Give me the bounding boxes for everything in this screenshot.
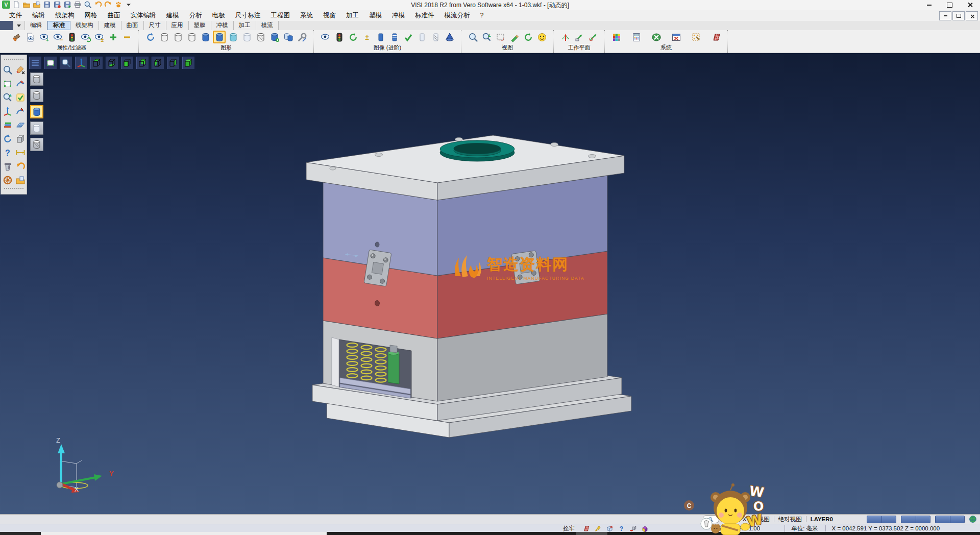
zoom-extents-icon[interactable] (467, 31, 479, 43)
tab-item[interactable]: 建模 (99, 21, 121, 30)
highlight-brush-icon[interactable] (594, 524, 602, 532)
advanced-state-manager-icon[interactable] (333, 31, 346, 43)
validate-shading-icon[interactable] (402, 31, 414, 43)
menu-item[interactable]: 线架构 (50, 10, 80, 21)
grid-plane-icon[interactable] (14, 119, 26, 131)
menu-item[interactable]: 视窗 (318, 10, 341, 21)
sketch-view-icon[interactable] (508, 31, 521, 43)
tab-item[interactable]: 线架构 (70, 21, 99, 30)
filter-add-icon[interactable]: + (38, 31, 51, 43)
menu-item[interactable]: 塑模 (364, 10, 387, 21)
menu-item[interactable]: 建模 (161, 10, 184, 21)
menu-item[interactable]: 网格 (80, 10, 103, 21)
tab-item[interactable]: 曲面 (121, 21, 144, 30)
menu-item[interactable]: 标准件 (410, 10, 439, 21)
context-help-icon[interactable]: ? (2, 147, 13, 158)
attributes-by-element-icon[interactable] (24, 31, 37, 43)
show-elements-icon[interactable] (107, 31, 119, 43)
tab-item[interactable]: 尺寸 (144, 21, 166, 30)
color-table-icon[interactable] (610, 31, 623, 43)
layer-swatch[interactable] (935, 516, 965, 523)
tab-item[interactable]: 模流 (256, 21, 279, 30)
display-shaded-icon[interactable] (30, 105, 43, 118)
undo-last-icon[interactable] (14, 160, 26, 172)
zoom-window-icon[interactable]: ± (480, 31, 493, 43)
tab-item[interactable]: 塑膜 (189, 21, 211, 30)
menu-item[interactable]: 曲面 (103, 10, 126, 21)
view-standard-plane-icon[interactable] (44, 56, 57, 69)
active-layer-label[interactable]: LAYER0 (811, 516, 833, 522)
view-left-icon[interactable] (151, 56, 164, 69)
viewbar-menu-icon[interactable] (29, 56, 42, 69)
spline-edit-icon[interactable] (14, 105, 26, 117)
layer-manager-icon[interactable] (2, 119, 13, 131)
search-button[interactable] (703, 515, 719, 523)
delete-elements-icon[interactable] (2, 160, 13, 172)
globe-icon[interactable] (969, 515, 977, 523)
modify-attributes-icon[interactable] (10, 31, 23, 43)
view-regen-icon[interactable] (2, 133, 13, 144)
system-settings-icon[interactable] (650, 31, 663, 43)
selection-box-icon[interactable] (2, 78, 13, 89)
menu-item[interactable]: 冲模 (387, 10, 410, 21)
menu-item[interactable]: 实体编辑 (126, 10, 161, 21)
view-dashed-hidden-icon[interactable] (185, 31, 198, 43)
window-minimize-button[interactable] (919, 0, 939, 10)
display-hidden-line-icon[interactable] (30, 89, 43, 102)
bar-ghost-icon[interactable] (415, 31, 428, 43)
window-close-button[interactable] (960, 0, 980, 10)
selection-preview-icon[interactable] (2, 64, 13, 76)
view-back-icon[interactable] (136, 56, 149, 69)
shading-copy-icon[interactable] (282, 31, 295, 43)
view-bottom-icon[interactable] (105, 56, 118, 69)
filter-manager-icon[interactable] (65, 31, 78, 43)
solid-preview-icon[interactable] (14, 133, 26, 144)
navigation-wheel-icon[interactable] (2, 174, 13, 186)
zoom-dynamic-icon[interactable] (59, 56, 72, 69)
freehand-sketch-icon[interactable] (14, 78, 26, 89)
layer-swatch[interactable] (901, 516, 930, 523)
shading-new-icon[interactable] (268, 31, 281, 43)
ucs-indicator-icon[interactable] (641, 524, 649, 532)
menu-item[interactable]: 编辑 (27, 10, 50, 21)
view-hatched-icon[interactable] (254, 31, 267, 43)
bar-shaded-icon[interactable] (374, 31, 387, 43)
document-close-button[interactable] (966, 11, 978, 20)
view-right-icon[interactable] (166, 56, 180, 69)
menu-item[interactable]: 加工 (341, 10, 364, 21)
tab-item[interactable]: 编辑 (25, 21, 47, 30)
view-ghost-icon[interactable] (240, 31, 253, 43)
hide-elements-icon[interactable] (120, 31, 133, 43)
view-hidden-line-icon[interactable] (172, 31, 184, 43)
zoom-selected-icon[interactable]: ± (2, 91, 13, 103)
regenerate-graphics-icon[interactable] (144, 31, 157, 43)
workplane-standard-icon[interactable] (559, 31, 572, 43)
graphics-options-icon[interactable] (296, 31, 308, 43)
confirm-selection-icon[interactable] (14, 91, 26, 103)
filter-refresh-icon[interactable] (79, 31, 92, 43)
lock-toggle[interactable]: 拴牢 (563, 525, 575, 532)
tab-item[interactable]: 加工 (234, 21, 256, 30)
render-quality-icon[interactable] (535, 31, 548, 43)
rotate-dynamic-icon[interactable] (75, 56, 88, 69)
grid-settings-icon[interactable] (709, 31, 722, 43)
document-minimize-button[interactable] (939, 11, 951, 20)
view-isometric-icon[interactable] (182, 56, 195, 69)
tab-item[interactable]: 标准 (47, 21, 70, 30)
workplane-by-view-icon[interactable] (586, 31, 599, 43)
advanced-filter-icon[interactable] (319, 31, 332, 43)
tab-item[interactable]: 应用 (166, 21, 189, 30)
measure-distance-icon[interactable] (14, 147, 26, 158)
menu-item[interactable]: 模流分析 (439, 10, 475, 21)
erase-elements-icon[interactable] (14, 64, 26, 76)
menu-item[interactable]: 系统 (295, 10, 318, 21)
menu-item[interactable]: 文件 (4, 10, 27, 21)
menu-item[interactable]: 工程图 (266, 10, 296, 21)
open-drawing-icon[interactable] (14, 174, 26, 186)
tab-item[interactable]: 冲模 (211, 21, 234, 30)
viewport-3d[interactable] (0, 53, 980, 514)
bar-hatched-icon[interactable] (429, 31, 442, 43)
quick-help-icon[interactable]: ? (617, 524, 625, 532)
view-shaded-edges-icon[interactable] (213, 31, 226, 43)
grid-toggle-icon[interactable] (582, 524, 590, 532)
